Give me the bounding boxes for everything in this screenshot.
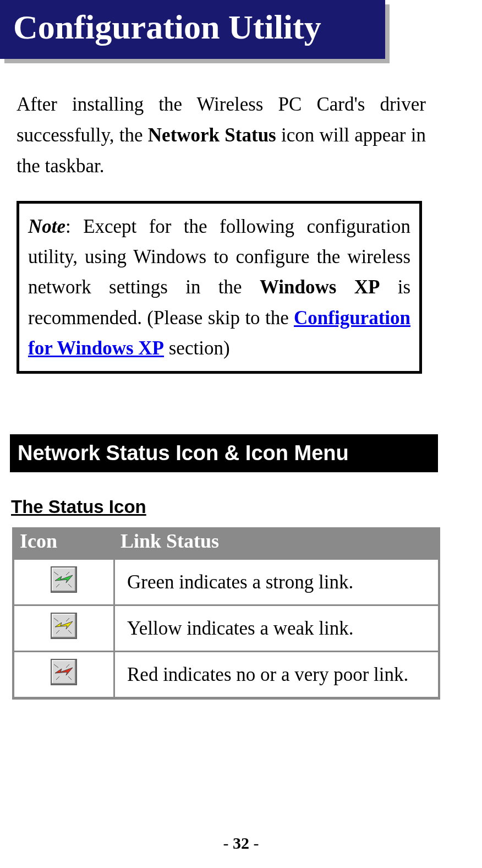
icon-cell — [14, 651, 115, 697]
svg-line-6 — [54, 618, 58, 621]
svg-line-9 — [68, 630, 72, 634]
svg-line-8 — [56, 630, 59, 634]
svg-line-4 — [68, 584, 72, 587]
svg-line-14 — [68, 676, 72, 680]
table-header-link-status: Link Status — [115, 527, 438, 558]
status-icon-table: Icon Link Status Green indicates a stron… — [12, 527, 440, 700]
intro-paragraph: After installing the Wireless PC Card's … — [17, 89, 426, 182]
svg-line-12 — [66, 664, 69, 668]
status-red-icon — [51, 659, 77, 685]
table-row: Green indicates a strong link. — [14, 558, 438, 604]
note-bold-1: Windows XP — [260, 276, 380, 298]
svg-marker-10 — [55, 668, 73, 675]
sub-heading-status-icon: The Status Icon — [11, 496, 482, 517]
table-header-icon: Icon — [14, 527, 115, 558]
svg-line-2 — [66, 572, 69, 575]
section-heading-network-status: Network Status Icon & Icon Menu — [10, 434, 438, 472]
table-row: Yellow indicates a weak link. — [14, 604, 438, 651]
svg-line-11 — [54, 664, 58, 668]
link-status-cell: Green indicates a strong link. — [115, 558, 438, 604]
footer-pre: - — [223, 834, 233, 852]
icon-cell — [14, 558, 115, 604]
page-footer: - 32 - — [0, 834, 482, 853]
status-yellow-icon — [51, 613, 77, 639]
page-title: Configuration Utility — [0, 0, 385, 59]
page-number: 32 — [233, 834, 249, 852]
table-row: Red indicates no or a very poor link. — [14, 651, 438, 697]
svg-line-3 — [56, 584, 59, 587]
link-status-cell: Yellow indicates a weak link. — [115, 604, 438, 651]
svg-line-1 — [54, 572, 58, 575]
footer-post: - — [249, 834, 259, 852]
title-banner-wrap: Configuration Utility — [0, 0, 385, 59]
note-box: Note: Except for the following configura… — [17, 201, 422, 374]
link-status-cell: Red indicates no or a very poor link. — [115, 651, 438, 697]
status-green-icon — [51, 566, 77, 593]
svg-line-7 — [66, 618, 69, 621]
icon-cell — [14, 604, 115, 651]
note-label: Note — [28, 216, 65, 237]
svg-marker-5 — [55, 621, 73, 629]
svg-line-13 — [56, 676, 59, 680]
intro-bold-1: Network Status — [148, 124, 276, 146]
note-text-3: section) — [164, 337, 230, 359]
table-header-row: Icon Link Status — [14, 527, 438, 558]
svg-marker-0 — [55, 575, 73, 583]
